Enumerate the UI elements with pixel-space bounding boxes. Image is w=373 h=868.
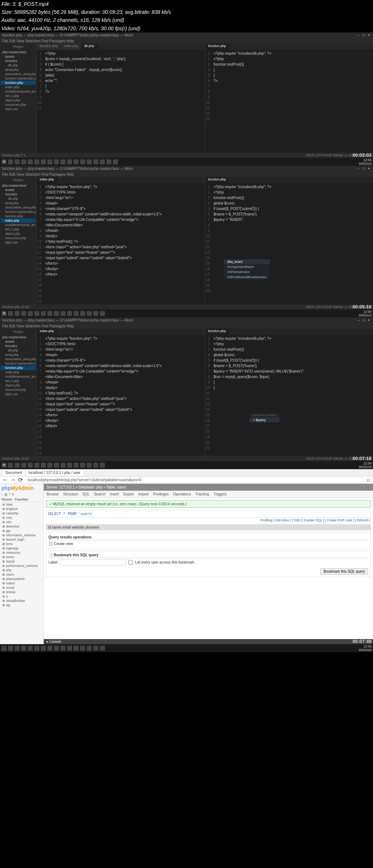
db-tree-item[interactable]: ⊕ information_schema [1, 533, 42, 537]
autocomplete-popup[interactable]: question question ● $query [249, 412, 280, 423]
star-icon[interactable]: ☆ [366, 476, 371, 483]
task-icon[interactable] [93, 646, 98, 651]
autocomplete-popup[interactable]: dba_insert MongoInsertBatch IntlPartsIte… [223, 259, 271, 280]
ac-item[interactable]: IntlPartsIterator [224, 269, 270, 275]
taskbar-clock[interactable]: 12:599/9/2018 [359, 462, 372, 469]
task-icon[interactable] [93, 463, 98, 468]
task-icon[interactable] [106, 159, 111, 164]
tab-index[interactable]: index.php [61, 43, 81, 50]
let-every-user-checkbox[interactable] [128, 560, 133, 565]
task-icon[interactable] [67, 646, 72, 651]
app-menubar[interactable]: File Edit View Selection Find Packages H… [0, 323, 373, 328]
taskbar-clock[interactable]: 12:599/9/2018 [359, 645, 372, 652]
taskbar-clock[interactable]: 12:599/9/2018 [359, 158, 372, 166]
pma-topmenu[interactable]: BrowseStructureSQLSearchInsertExportImpo… [44, 491, 373, 498]
db-tree-item[interactable]: ⊕ laravel_login [1, 537, 42, 542]
task-icon[interactable] [21, 646, 26, 651]
task-icon[interactable] [41, 159, 46, 164]
code-editor-left[interactable]: 123456789101112131415161718192021222324 … [37, 335, 205, 456]
start-icon[interactable]: ⊞ [1, 159, 7, 164]
start-icon[interactable]: ⊞ [1, 463, 7, 468]
console-bar[interactable]: ▸ Console [44, 639, 373, 644]
task-icon[interactable] [34, 159, 39, 164]
task-icon[interactable] [15, 311, 20, 316]
windows-taskbar[interactable]: ⊞ 12:599/9/2018 [0, 461, 373, 469]
taskbar-clock[interactable]: 12:599/9/2018 [359, 310, 372, 317]
profiling-links[interactable]: Profiling [ Edit inline ] [ Edit ] [ Exp… [47, 518, 370, 522]
task-icon[interactable] [21, 311, 26, 316]
tree-assets[interactable]: assets [1, 188, 36, 192]
ac-item[interactable]: dba_insert [224, 259, 270, 264]
db-tree-item[interactable]: ⊕ cakephp [1, 511, 42, 515]
close-icon[interactable]: ✕ [366, 167, 371, 171]
task-icon[interactable] [28, 646, 33, 651]
task-icon[interactable] [80, 646, 85, 651]
tree-array[interactable]: array.php [1, 353, 36, 357]
tree-db[interactable]: db.php [1, 348, 36, 353]
db-tree-item[interactable]: ⊕ lcms [1, 542, 42, 546]
tab-function-r[interactable]: function.php [205, 177, 229, 183]
tree-includes[interactable]: includes [1, 59, 36, 63]
db-tree-item[interactable]: ⊕ mono [1, 555, 42, 559]
task-icon[interactable] [41, 646, 46, 651]
minimize-icon[interactable]: — [356, 319, 361, 322]
topmenu-item[interactable]: Insert [110, 492, 119, 496]
minimize-icon[interactable]: — [356, 167, 361, 171]
db-tree-item[interactable]: ⊕ u [1, 594, 42, 599]
code-editor-left[interactable]: 1234567891011 <?php $conn = mysqli_conne… [37, 50, 205, 153]
tree-index[interactable]: index.php [1, 370, 36, 374]
tree-res[interactable]: resources.php [1, 388, 36, 392]
task-icon[interactable] [8, 159, 13, 164]
db-tree-item[interactable]: ⊕ users [1, 572, 42, 577]
tree-index[interactable]: index.php [1, 218, 36, 223]
maximize-icon[interactable]: ☐ [361, 167, 366, 171]
project-sidebar[interactable]: Project php-masterclass assets includes … [0, 43, 36, 153]
ac-item[interactable]: IntlRuleBasedBreakIterator [224, 275, 270, 280]
db-tree-item[interactable]: ⊕ ctrs [1, 520, 42, 524]
pma-sidebar[interactable]: phpMyAdmin ⌂ ▦ ? ⚙ Recent Favorites ⊕ Ne… [0, 484, 44, 644]
windows-taskbar[interactable]: ⊞ 12:599/9/2018 [0, 644, 373, 652]
code-editor-left[interactable]: 123456789101112131415161718192021222324 … [37, 183, 205, 304]
tree-style[interactable]: style.css [1, 392, 36, 396]
task-icon[interactable] [87, 646, 92, 651]
task-icon[interactable] [60, 311, 66, 316]
task-icon[interactable] [47, 463, 52, 468]
maximize-icon[interactable]: ☐ [361, 34, 366, 37]
task-icon[interactable] [28, 463, 33, 468]
forward-icon[interactable]: → [10, 476, 16, 483]
task-icon[interactable] [41, 311, 46, 316]
topmenu-item[interactable]: Import [138, 492, 149, 496]
tree-style[interactable]: style.css [1, 107, 36, 111]
tree-object[interactable]: object.php [1, 98, 36, 102]
minimize-icon[interactable]: — [356, 34, 361, 37]
tree-function[interactable]: function.php [1, 81, 36, 85]
task-icon[interactable] [54, 159, 59, 164]
tree-assoc[interactable]: associative_array.php [1, 357, 36, 361]
tree-includes[interactable]: includes [1, 344, 36, 348]
tree-db[interactable]: db.php [1, 63, 36, 67]
task-icon[interactable] [34, 646, 39, 651]
status-left[interactable]: function.php 7:1 [2, 153, 25, 157]
task-icon[interactable] [74, 159, 79, 164]
tree-multi[interactable]: multidimensional_array.php [1, 223, 36, 227]
task-icon[interactable] [8, 311, 13, 316]
topmenu-item[interactable]: Browse [47, 492, 59, 496]
task-icon[interactable] [60, 463, 66, 468]
db-tree-item[interactable]: ⊕ meteorics [1, 550, 42, 555]
ac-item[interactable]: MongoInsertBatch [224, 264, 270, 269]
tab-phpmyadmin[interactable]: localhost / 127.0.0.1 / php / user [25, 470, 84, 475]
task-icon[interactable] [54, 463, 59, 468]
db-tree-item[interactable]: ⊕ testwp [1, 590, 42, 594]
topmenu-item[interactable]: Triggers [213, 492, 227, 496]
task-icon[interactable] [21, 463, 26, 468]
task-icon[interactable] [74, 646, 79, 651]
task-icon[interactable] [54, 646, 59, 651]
task-icon[interactable] [74, 311, 79, 316]
task-icon[interactable] [74, 463, 79, 468]
create-view-link[interactable]: 📋 Create view [48, 542, 368, 546]
topmenu-item[interactable]: Operations [173, 492, 191, 496]
tree-assets[interactable]: assets [1, 54, 36, 59]
tree-w3[interactable]: W3.1.php [1, 227, 36, 231]
gear-icon[interactable]: ⚙ [11, 493, 14, 496]
tree-root[interactable]: php-masterclass [1, 50, 36, 54]
